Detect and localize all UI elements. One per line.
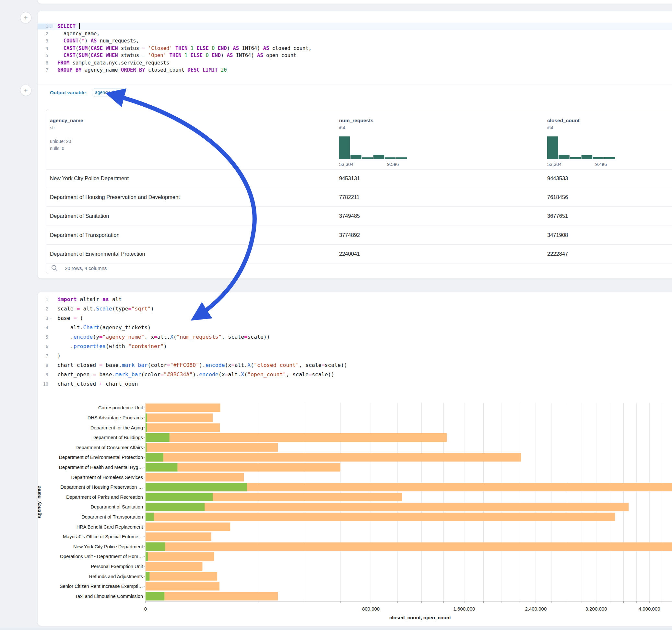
- column-dtype: str: [50, 125, 335, 130]
- code-line[interactable]: 4 alt.Chart(agency_tickets): [38, 323, 672, 332]
- previous-cell-edge: [37, 0, 672, 4]
- output-variable-pill[interactable]: agency_tickets: [92, 88, 128, 97]
- output-variable-bar: Output variable: agency_tickets: [50, 85, 128, 99]
- agency-name-cell: Department of Sanitation: [46, 213, 335, 219]
- code-line[interactable]: 9chart_open = base.mark_bar(color="#8BC3…: [38, 370, 672, 379]
- notebook-page: { "ui": { "add_button": "+", "collapse_c…: [0, 0, 672, 630]
- code-line[interactable]: 5 CAST(SUM(CASE WHEN status = 'Open' THE…: [38, 52, 672, 59]
- mini-histogram: [339, 135, 409, 161]
- collapse-chevron-icon[interactable]: ⌄: [48, 24, 53, 28]
- histogram-min-label: 53,304: [339, 162, 353, 167]
- code-line[interactable]: 4 CAST(SUM(CASE WHEN status = 'Closed' T…: [38, 45, 672, 52]
- code-text: chart_open = base.mark_bar(color="#8BC34…: [53, 371, 334, 378]
- histogram-min-label: 53,304: [547, 162, 561, 167]
- line-number: 9: [38, 372, 48, 377]
- table-body: New York City Police Department945313194…: [46, 169, 672, 264]
- histogram-max-label: 9.4e6: [595, 162, 607, 167]
- table-row: New York City Police Department945313194…: [46, 169, 672, 188]
- cell-divider: [38, 84, 672, 85]
- value-cell: 7618456: [543, 194, 672, 200]
- histogram-bar: [374, 155, 384, 159]
- table-row: Department of Sanitation37494853677651: [46, 207, 672, 225]
- code-text: scale = alt.Scale(type="sqrt"): [53, 306, 154, 312]
- value-cell: 9443533: [543, 175, 672, 181]
- code-text: chart_closed + chart_open: [53, 381, 138, 387]
- code-text: GROUP BY agency_name ORDER BY closed_cou…: [53, 67, 227, 73]
- table-row: Department of Housing Preservation and D…: [46, 188, 672, 207]
- code-text: .properties(width="container"): [53, 343, 167, 349]
- code-text: CAST(SUM(CASE WHEN status = 'Closed' THE…: [53, 45, 312, 51]
- column-header-closed-count[interactable]: closed_count i64 53,304 9.4e6: [543, 109, 672, 169]
- value-cell: 3749485: [335, 213, 543, 219]
- agency-name-cell: Department of Transportation: [46, 232, 335, 238]
- line-number: 2: [38, 31, 48, 36]
- table-header: agency_name str unique: 20 nulls: 0 num_…: [46, 109, 672, 169]
- column-header-num-requests[interactable]: num_requests i64 53,304 9.5e6: [335, 109, 543, 169]
- python-cell: 1import altair as alt2scale = alt.Scale(…: [37, 292, 672, 626]
- column-name: closed_count: [547, 118, 672, 123]
- histogram-bar: [604, 157, 615, 159]
- column-histogram: [547, 135, 672, 162]
- code-line[interactable]: 1⌄SELECT: [38, 23, 672, 30]
- line-number: 10: [38, 382, 48, 387]
- agency-name-cell: Department of Environmental Protection: [46, 251, 335, 257]
- histogram-bar: [351, 155, 361, 159]
- add-cell-button[interactable]: +: [20, 84, 31, 96]
- line-number: 4: [38, 46, 48, 51]
- code-text: .encode(y="agency_name", x=alt.X("num_re…: [53, 334, 270, 340]
- code-line[interactable]: 7GROUP BY agency_name ORDER BY closed_co…: [38, 67, 672, 74]
- column-dtype: i64: [547, 125, 672, 130]
- row-column-count: 20 rows, 4 columns: [65, 265, 107, 271]
- column-stats: unique: 20 nulls: 0: [50, 138, 335, 152]
- code-line[interactable]: 2 agency_name,: [38, 30, 672, 38]
- line-number: 5: [38, 53, 48, 58]
- histogram-bar: [339, 137, 350, 159]
- code-line[interactable]: 3⌄base = (: [38, 313, 672, 323]
- histogram-bar: [570, 157, 581, 159]
- histogram-bar: [593, 157, 604, 159]
- code-text: import altair as alt: [53, 296, 122, 302]
- code-line[interactable]: 3 COUNT(*) AS num_requests,: [38, 37, 672, 45]
- value-cell: 2222847: [543, 251, 672, 257]
- code-text: alt.Chart(agency_tickets): [53, 324, 151, 331]
- python-code-editor[interactable]: 1import altair as alt2scale = alt.Scale(…: [38, 295, 672, 389]
- add-cell-button[interactable]: +: [20, 12, 31, 23]
- histogram-bar: [385, 157, 396, 159]
- line-number: 7: [38, 353, 48, 358]
- column-dtype: i64: [339, 125, 543, 130]
- histogram-bar: [558, 155, 570, 159]
- code-line[interactable]: 10chart_closed + chart_open: [38, 379, 672, 389]
- results-table: agency_name str unique: 20 nulls: 0 num_…: [46, 109, 672, 274]
- line-number: 2: [38, 306, 48, 311]
- collapse-chevron-icon[interactable]: ⌄: [48, 316, 53, 319]
- column-header-agency-name[interactable]: agency_name str unique: 20 nulls: 0: [46, 109, 335, 169]
- column-name: num_requests: [339, 118, 543, 123]
- code-line[interactable]: 1import altair as alt: [38, 295, 672, 304]
- line-number: 4: [38, 325, 48, 330]
- value-cell: 2240041: [335, 251, 543, 257]
- sql-code-editor[interactable]: 1⌄SELECT 2 agency_name,3 COUNT(*) AS num…: [38, 23, 672, 74]
- line-number: 1: [38, 297, 48, 302]
- code-line[interactable]: 6FROM sample_data.nyc.service_requests: [38, 59, 672, 67]
- agency-name-cell: New York City Police Department: [46, 175, 335, 181]
- search-icon[interactable]: [51, 265, 58, 271]
- column-name: agency_name: [50, 118, 335, 123]
- value-cell: 7782211: [335, 194, 543, 200]
- histogram-bar: [581, 155, 593, 159]
- code-line[interactable]: 2scale = alt.Scale(type="sqrt"): [38, 304, 672, 313]
- code-text: FROM sample_data.nyc.service_requests: [53, 60, 169, 66]
- histogram-bar: [396, 157, 407, 159]
- line-number: 3: [38, 316, 48, 321]
- histogram-max-label: 9.5e6: [387, 162, 399, 167]
- code-text: agency_name,: [53, 31, 100, 37]
- line-number: 1: [38, 24, 48, 29]
- code-line[interactable]: 8chart_closed = base.mark_bar(color="#FF…: [38, 360, 672, 370]
- code-line[interactable]: 5 .encode(y="agency_name", x=alt.X("num_…: [38, 332, 672, 342]
- code-text: COUNT(*) AS num_requests,: [53, 38, 139, 44]
- code-line[interactable]: 7): [38, 351, 672, 360]
- agency-name-cell: Department of Housing Preservation and D…: [46, 194, 335, 200]
- code-line[interactable]: 6 .properties(width="container"): [38, 342, 672, 351]
- text-cursor: [79, 23, 80, 29]
- histogram-range: 53,304 9.5e6: [339, 162, 409, 168]
- code-text: ): [53, 353, 61, 359]
